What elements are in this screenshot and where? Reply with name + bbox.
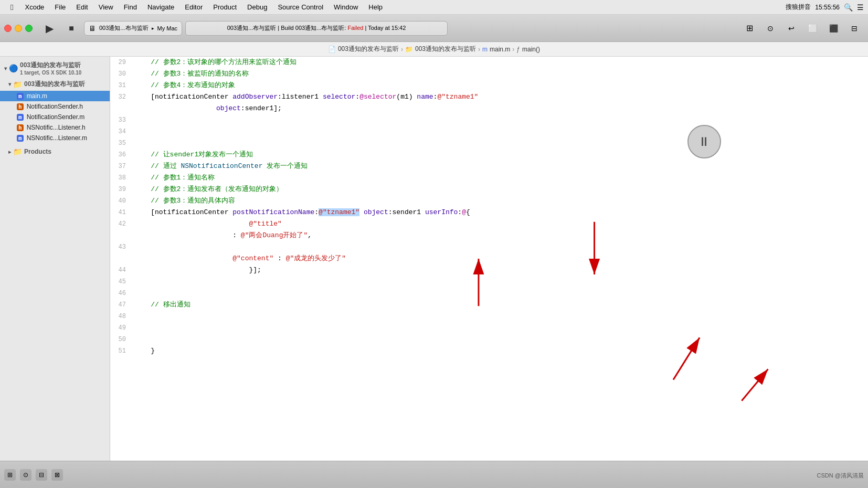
editor-area: ⏸ 29 — [110, 57, 868, 461]
breakpoint-toggle[interactable]: ⊙ — [761, 19, 780, 38]
menu-editor[interactable]: Editor — [179, 0, 208, 14]
filename-label: main.m — [27, 92, 47, 100]
clock-icon-btn[interactable]: ⊙ — [20, 469, 31, 481]
menu-debug[interactable]: Debug — [242, 0, 272, 14]
file-type-icon-h: h — [17, 103, 24, 110]
search-icon[interactable]: 🔍 — [844, 3, 853, 12]
line-content-43 — [131, 241, 868, 253]
code-line-41: 41 [notificationCenter postNotificationN… — [110, 207, 868, 218]
code-editor[interactable]: 29 // 参数2：该对象的哪个方法用来监听这个通知 30 // 参数3：被监听… — [110, 57, 868, 461]
layout-toggle-2[interactable]: ⬛ — [824, 19, 843, 38]
sidebar-item-sender-m[interactable]: m NotificationSender.m — [0, 112, 110, 122]
menu-navigate[interactable]: Navigate — [142, 0, 179, 14]
menu-file[interactable]: File — [49, 0, 71, 14]
line-content-40: // 参数3：通知的具体内容 — [131, 195, 868, 207]
breadcrumb-project[interactable]: 003通知的发布与监听 — [338, 45, 399, 54]
run-button[interactable]: ▶ — [40, 19, 59, 38]
chevron-icon: ▸ — [152, 26, 154, 31]
line-num-43: 43 — [110, 241, 131, 253]
code-line-34: 34 — [110, 126, 868, 137]
back-button[interactable]: ↩ — [782, 19, 801, 38]
line-content-42: @"title" — [131, 218, 868, 230]
line-content-37: // 通过 NSNotificationCenter 发布一个通知 — [131, 161, 868, 172]
filename-label-2: NotificationSender.h — [27, 103, 83, 110]
breadcrumb-function[interactable]: main() — [522, 46, 540, 53]
group-name: 003通知的发布与监听 — [24, 80, 85, 89]
pause-overlay-button[interactable]: ⏸ — [687, 125, 721, 158]
folder-group-icon: 📁 — [13, 80, 22, 89]
breadcrumb-folder[interactable]: 003通知的发布与监听 — [415, 45, 476, 54]
line-num-40: 40 — [110, 195, 131, 207]
code-line-36: 36 // 让sender1对象发布一个通知 — [110, 149, 868, 161]
line-num-35: 35 — [110, 137, 131, 149]
line-num-33: 33 — [110, 114, 131, 126]
code-line-46: 46 — [110, 288, 868, 299]
sidebar-project-group: ▾ 🔵 003通知的发布与监听 1 target, OS X SDK 10.10… — [0, 57, 110, 160]
line-content-30: // 参数3：被监听的通知的名称 — [131, 68, 868, 80]
sidebar-item-main-m[interactable]: m main.m — [0, 91, 110, 101]
build-info-text: 003通知...布与监听 | Build 003通知...布与监听: Faile… — [227, 24, 406, 32]
file-type-icon-m: m — [17, 93, 24, 100]
code-line-51: 51 } — [110, 345, 868, 357]
sidebar-project-header[interactable]: ▾ 🔵 003通知的发布与监听 1 target, OS X SDK 10.10 — [0, 59, 110, 78]
stop-button[interactable]: ■ — [62, 19, 81, 38]
line-content-39: // 参数2：通知发布者（发布通知的对象） — [131, 184, 868, 195]
filter-icon-btn[interactable]: ⊞ — [4, 469, 16, 481]
func-icon: ƒ — [516, 46, 520, 53]
line-content-44: }]; — [131, 264, 868, 276]
sidebar-item-listener-h[interactable]: h NSNotific...Listener.h — [0, 122, 110, 133]
menu-find[interactable]: Find — [119, 0, 142, 14]
menu-view[interactable]: View — [93, 0, 119, 14]
toolbar: ▶ ■ 🖥 003通知...布与监听 ▸ My Mac 003通知...布与监听… — [0, 15, 868, 42]
menu-edit[interactable]: Edit — [71, 0, 93, 14]
sidebar-group-header[interactable]: ▾ 📁 003通知的发布与监听 — [0, 78, 110, 91]
scheme-selector[interactable]: 🖥 003通知...布与监听 ▸ My Mac — [84, 21, 182, 36]
line-num-42b — [110, 230, 131, 241]
breadcrumb-file[interactable]: main.m — [490, 46, 510, 53]
sidebar-item-sender-h[interactable]: h NotificationSender.h — [0, 101, 110, 112]
grid-icon-btn[interactable]: ⊟ — [36, 469, 47, 481]
menu-product[interactable]: Product — [208, 0, 242, 14]
menu-source-control[interactable]: Source Control — [272, 0, 329, 14]
terminal-icon-btn[interactable]: ⊠ — [51, 469, 63, 481]
scheme-icon: 🖥 — [89, 24, 96, 33]
close-button[interactable] — [4, 25, 12, 32]
products-label: Products — [24, 148, 51, 155]
input-method[interactable]: 搜狼拼音 — [786, 3, 811, 12]
menu-help[interactable]: Help — [363, 0, 388, 14]
menu-extras[interactable]: ☰ — [857, 3, 864, 12]
code-line-42: 42 @"title" — [110, 218, 868, 230]
filename-label-3: NotificationSender.m — [27, 113, 85, 121]
folder-icon: 📁 — [405, 46, 413, 53]
menu-window[interactable]: Window — [329, 0, 363, 14]
code-line-38: 38 // 参数1：通知名称 — [110, 172, 868, 184]
sidebar-item-listener-m[interactable]: m NSNotific...Listener.m — [0, 133, 110, 143]
code-line-48: 48 — [110, 311, 868, 322]
navigator-toggle[interactable]: ⊞ — [740, 19, 759, 38]
line-num-39: 39 — [110, 184, 131, 195]
traffic-lights — [4, 25, 33, 32]
line-num-41: 41 — [110, 207, 131, 218]
line-content-36: // 让sender1对象发布一个通知 — [131, 149, 868, 161]
bottom-status-bar: ⊞ ⊙ ⊟ ⊠ CSDN @清风清晨 — [0, 461, 868, 488]
csdn-watermark: CSDN @清风清晨 — [817, 472, 864, 479]
code-line-33: 33 — [110, 114, 868, 126]
layout-toggle-1[interactable]: ⬜ — [803, 19, 822, 38]
line-num-36: 36 — [110, 149, 131, 161]
code-line-50: 50 — [110, 334, 868, 345]
layout-toggle-3[interactable]: ⊟ — [845, 19, 864, 38]
line-num-34: 34 — [110, 126, 131, 137]
line-content-35 — [131, 137, 868, 149]
code-line-37: 37 // 通过 NSNotificationCenter 发布一个通知 — [110, 161, 868, 172]
menu-xcode[interactable]: Xcode — [19, 0, 49, 14]
apple-menu[interactable]:  — [4, 3, 19, 12]
code-line-30: 30 // 参数3：被监听的通知的名称 — [110, 68, 868, 80]
line-num-29: 29 — [110, 57, 131, 68]
file-icon: m — [482, 46, 488, 53]
menu-bar:  Xcode File Edit View Find Navigate Edi… — [0, 0, 868, 15]
minimize-button[interactable] — [15, 25, 22, 32]
maximize-button[interactable] — [25, 25, 33, 32]
line-content-47: // 移出通知 — [131, 299, 868, 311]
line-content-48 — [131, 311, 868, 322]
sidebar-products-group[interactable]: ▸ 📁 Products — [0, 145, 110, 158]
